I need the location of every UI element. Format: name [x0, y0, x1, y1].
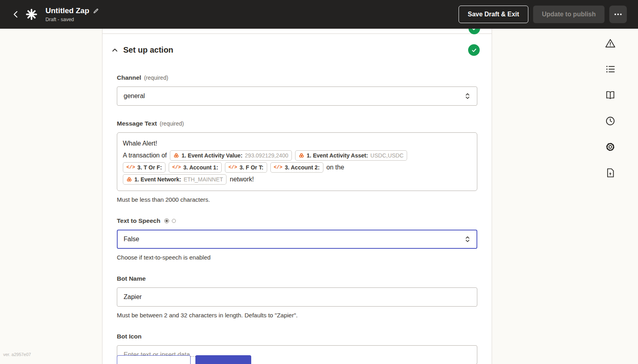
mapped-field-pill[interactable]: </> 3. T Or F: — [123, 162, 165, 173]
bot-name-field: Bot Name Must be between 2 and 32 charac… — [117, 275, 477, 319]
bot-name-label: Bot Name — [117, 275, 146, 282]
alchemy-icon — [173, 153, 179, 158]
field-list-icon — [605, 64, 616, 75]
right-toolbar — [603, 36, 617, 180]
bot-name-helper-text: Must be between 2 and 32 characters in l… — [117, 312, 477, 319]
mapped-field-pill[interactable]: </> 3. F Or T: — [225, 162, 267, 173]
section-title: Set up action — [123, 45, 173, 55]
message-line3-text: on the — [327, 164, 344, 171]
chevron-up-icon — [111, 47, 118, 54]
mapped-field-pill[interactable]: </> 3. Account 1: — [169, 162, 222, 173]
message-text-label: Message Text — [117, 120, 157, 127]
tts-helper-text: Choose if text-to-speech is enabled — [117, 254, 477, 261]
channel-select[interactable]: general — [117, 87, 477, 106]
history-button[interactable] — [603, 114, 617, 128]
message-line4-text: network! — [230, 176, 254, 183]
book-icon — [605, 90, 616, 100]
channel-required: (required) — [144, 75, 168, 81]
bot-name-input[interactable] — [117, 287, 477, 307]
mapped-field-pill[interactable]: </> 3. Account 2: — [270, 162, 323, 173]
message-text-editor[interactable]: Whale Alert! A transaction of 1. Event A… — [117, 132, 477, 191]
file-lightning-icon — [605, 167, 616, 178]
alert-triangle-icon — [605, 38, 616, 49]
secondary-action-button[interactable] — [117, 355, 191, 364]
message-line2-text: A transaction of — [123, 152, 167, 159]
settings-button[interactable] — [603, 140, 617, 154]
tts-label: Text to Speech — [117, 217, 160, 224]
mapped-field-pill[interactable]: 1. Event Activity Value: 293.092129,2400 — [170, 150, 292, 161]
tts-value: False — [124, 236, 139, 243]
bot-icon-label: Bot Icon — [117, 333, 142, 340]
docs-button[interactable] — [603, 88, 617, 102]
field-mode-toggle[interactable] — [164, 218, 176, 223]
step-setup-panel: Set up action Channel (required) general… — [102, 29, 492, 364]
zapier-logo-icon — [26, 8, 37, 20]
setup-action-header[interactable]: Set up action — [102, 34, 492, 56]
section-complete-check-icon — [468, 44, 480, 56]
edit-title-button[interactable] — [93, 8, 99, 14]
channel-value: general — [124, 92, 145, 100]
back-button[interactable] — [11, 10, 21, 19]
update-to-publish-button[interactable]: Update to publish — [533, 6, 605, 23]
alchemy-icon — [126, 177, 132, 182]
draft-status: Draft - saved — [45, 17, 99, 22]
channel-field: Channel (required) general — [117, 74, 477, 106]
section-divider — [102, 29, 492, 34]
alerts-button[interactable] — [603, 36, 617, 50]
primary-action-button[interactable] — [195, 355, 251, 364]
code-icon: </> — [172, 165, 181, 170]
mapped-field-pill[interactable]: 1. Event Network: ETH_MAINNET — [123, 174, 226, 185]
custom-mode-icon — [172, 219, 176, 223]
chevron-left-icon — [11, 10, 21, 19]
collapse-section-button[interactable] — [111, 47, 118, 54]
text-to-speech-field: Text to Speech False Choose if text-to-s… — [117, 217, 477, 261]
message-helper-text: Must be less than 2000 characters. — [117, 196, 477, 203]
more-options-button[interactable] — [609, 6, 627, 23]
history-clock-icon — [605, 116, 616, 126]
pencil-icon — [93, 8, 99, 14]
code-icon: </> — [274, 165, 283, 170]
save-draft-exit-button[interactable]: Save Draft & Exit — [459, 6, 528, 23]
version-label: ver. a2957e07 — [3, 352, 31, 357]
form-footer-buttons — [117, 355, 251, 364]
code-icon: </> — [228, 165, 237, 170]
run-details-button[interactable] — [603, 165, 617, 180]
code-icon: </> — [126, 165, 135, 170]
message-line1: Whale Alert! — [123, 140, 157, 147]
chevron-up-down-icon — [465, 235, 471, 243]
chevron-up-down-icon — [465, 92, 471, 100]
gear-icon — [605, 142, 616, 152]
zap-title: Untitled Zap — [45, 6, 89, 15]
field-list-button[interactable] — [603, 62, 617, 76]
tts-select[interactable]: False — [117, 230, 477, 249]
channel-label: Channel — [117, 74, 141, 81]
action-form: Channel (required) general Message Text … — [102, 74, 492, 364]
dropdown-mode-icon — [164, 218, 169, 223]
top-bar: Untitled Zap Draft - saved Save Draft & … — [0, 0, 638, 29]
message-text-field: Message Text (required) Whale Alert! A t… — [117, 120, 477, 203]
zap-title-block: Untitled Zap Draft - saved — [45, 6, 99, 22]
message-text-required: (required) — [160, 120, 184, 127]
ellipsis-icon — [614, 14, 622, 15]
mapped-field-pill[interactable]: 1. Event Activity Asset: USDC,USDC — [295, 150, 407, 161]
alchemy-icon — [299, 153, 304, 158]
